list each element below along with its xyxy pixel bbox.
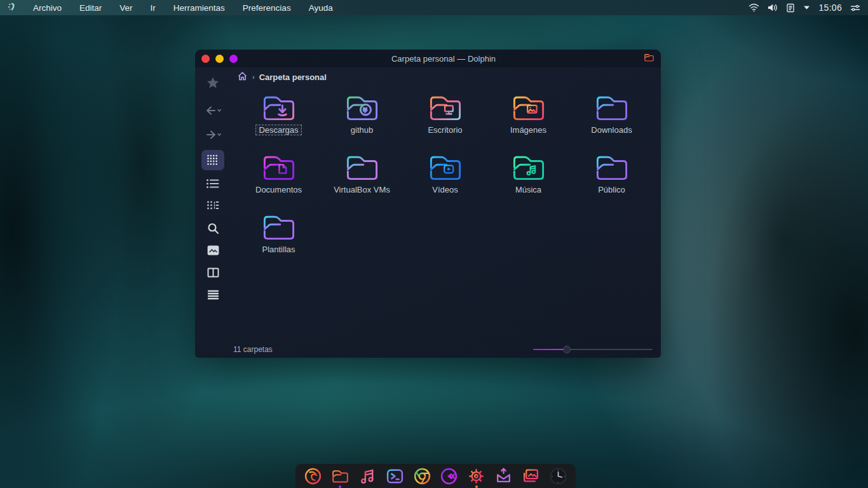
forward-icon[interactable] — [202, 126, 224, 144]
folder-item-documentos[interactable]: Documentos — [237, 152, 320, 212]
folder-item-escritorio[interactable]: Escritorio — [403, 93, 487, 152]
media-player-icon[interactable] — [438, 464, 460, 488]
menu-editar[interactable]: Editar — [71, 2, 111, 14]
split-view-icon[interactable] — [202, 264, 224, 281]
search-icon[interactable] — [202, 219, 224, 237]
running-indicator — [339, 485, 341, 488]
dock — [295, 464, 576, 488]
caret-down-icon[interactable] — [803, 5, 810, 10]
folder-item-publico[interactable]: Público — [570, 152, 653, 212]
folder-item-virtualbox-vms[interactable]: VirtualBox VMs — [320, 152, 403, 212]
file-manager-icon[interactable] — [329, 464, 351, 488]
zoom-slider-knob[interactable] — [563, 346, 571, 353]
distro-logo-icon[interactable] — [8, 2, 19, 14]
icons-view-button[interactable] — [201, 150, 224, 170]
preview-image-icon[interactable] — [202, 241, 224, 259]
folder-view[interactable]: Descargas github — [231, 86, 661, 341]
maximize-button[interactable] — [229, 55, 238, 63]
folder-item-musica[interactable]: Música — [487, 152, 570, 212]
terminal-icon[interactable] — [384, 464, 405, 488]
firefox-icon[interactable] — [302, 464, 323, 488]
menu-hamburger-icon[interactable] — [202, 286, 224, 304]
details-view-button[interactable] — [202, 175, 224, 193]
breadcrumb-path[interactable]: Carpeta personal — [259, 72, 327, 82]
github-octocat-glyph — [360, 105, 370, 115]
folder-item-descargas[interactable]: Descargas — [237, 93, 320, 152]
home-icon[interactable] — [237, 71, 248, 83]
folder-item-github[interactable]: github — [320, 93, 403, 152]
menu-archivo[interactable]: Archivo — [24, 2, 71, 14]
music-player-icon[interactable] — [356, 464, 378, 488]
folder-app-icon — [644, 53, 654, 65]
menu-ayuda[interactable]: Ayuda — [300, 2, 342, 14]
titlebar[interactable]: Carpeta personal — Dolphin — [195, 50, 661, 67]
minimize-button[interactable] — [215, 55, 224, 63]
settings-gear-icon[interactable] — [466, 464, 487, 488]
breadcrumb-separator: › — [252, 73, 255, 81]
back-icon[interactable] — [202, 102, 224, 119]
video-play-glyph — [444, 165, 453, 173]
chromium-icon[interactable] — [411, 464, 433, 488]
compact-view-button[interactable] — [202, 197, 224, 215]
dolphin-window: Carpeta personal — Dolphin — [195, 50, 661, 358]
menu-herramientas[interactable]: Herramientas — [165, 2, 234, 14]
volume-icon[interactable] — [768, 3, 778, 12]
folder-item-downloads[interactable]: Downloads — [570, 93, 653, 152]
running-indicator — [475, 485, 478, 488]
tweaks-icon[interactable] — [850, 4, 860, 12]
menu-ir[interactable]: Ir — [142, 2, 165, 14]
global-menubar: Archivo Editar Ver Ir Herramientas Prefe… — [0, 0, 868, 15]
menu-ver[interactable]: Ver — [111, 2, 141, 14]
monitor-glyph — [445, 105, 453, 114]
favorites-star-icon[interactable] — [202, 74, 224, 92]
close-button[interactable] — [201, 55, 210, 63]
menu-preferencias[interactable]: Preferencias — [234, 2, 300, 14]
breadcrumb: › Carpeta personal — [231, 67, 661, 86]
clock-time[interactable]: 15:06 — [818, 3, 842, 13]
statusbar: 11 carpetas — [231, 341, 661, 358]
folder-item-videos[interactable]: Vídeos — [403, 152, 487, 212]
image-glyph — [527, 105, 536, 113]
wifi-icon[interactable] — [749, 3, 759, 12]
system-tray: 15:06 — [749, 3, 860, 13]
window-title: Carpeta personal — Dolphin — [243, 54, 644, 64]
zoom-slider[interactable] — [533, 349, 653, 350]
desktop: Archivo Editar Ver Ir Herramientas Prefe… — [0, 0, 868, 488]
mail-icon[interactable] — [493, 464, 515, 488]
clock-app-icon[interactable] — [547, 464, 569, 488]
folder-item-plantillas[interactable]: Plantillas — [237, 212, 320, 272]
statusbar-count: 11 carpetas — [233, 345, 273, 354]
download-arrow-glyph — [278, 105, 286, 116]
document-glyph — [279, 165, 286, 173]
toolbar-sidebar — [195, 67, 231, 358]
folder-item-imagenes[interactable]: Imágenes — [487, 93, 570, 152]
clipboard-icon[interactable] — [786, 3, 795, 13]
music-notes-glyph — [527, 166, 535, 175]
gallery-icon[interactable] — [520, 464, 542, 488]
